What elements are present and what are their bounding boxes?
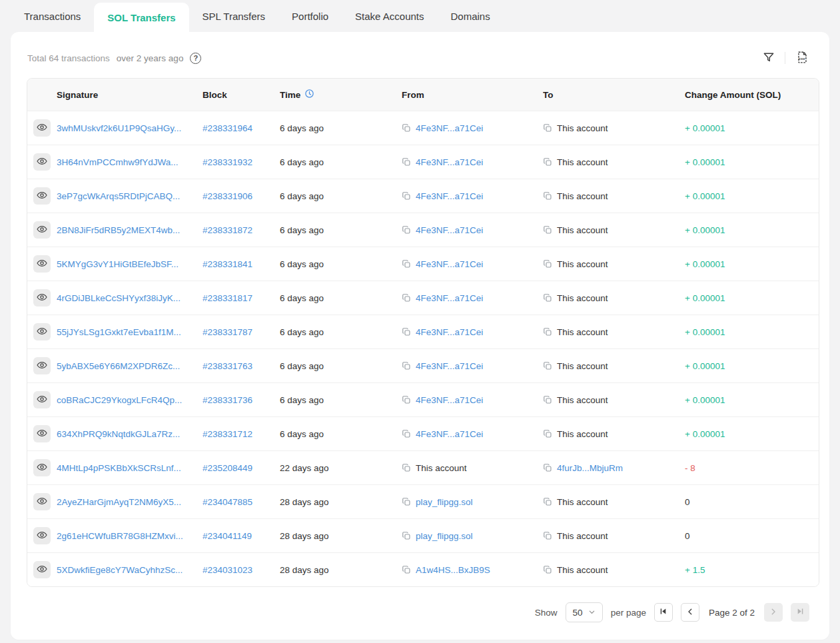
copy-icon[interactable]: [402, 429, 411, 438]
signature-link[interactable]: coBRaCJC29YkogxLFcR4Qp...: [57, 395, 182, 405]
signature-link[interactable]: 2AyeZHarGjmAyqT2NM6yX5...: [57, 497, 181, 507]
signature-link[interactable]: 3H64nVmPCCmhw9fYdJWa...: [57, 157, 179, 167]
block-link[interactable]: #238331736: [203, 395, 252, 405]
copy-icon[interactable]: [543, 395, 552, 404]
copy-icon[interactable]: [543, 157, 552, 167]
signature-link[interactable]: 634XhPRQ9kNqtdkGJLa7Rz...: [57, 429, 180, 439]
tab-domains[interactable]: Domains: [438, 0, 504, 32]
preview-eye-button[interactable]: [33, 527, 51, 544]
block-link[interactable]: #238331817: [203, 293, 252, 303]
tab-transactions[interactable]: Transactions: [11, 0, 94, 32]
signature-link[interactable]: 3whMUskvf2k6U1P9QsaHGy...: [57, 123, 181, 133]
copy-icon[interactable]: [402, 565, 411, 574]
preview-eye-button[interactable]: [33, 561, 51, 578]
from-address[interactable]: 4Fe3NF...a71Cei: [416, 259, 483, 269]
next-page-button[interactable]: [764, 603, 783, 622]
from-address[interactable]: 4Fe3NF...a71Cei: [416, 123, 483, 133]
from-address[interactable]: A1w4HS...BxJB9S: [416, 565, 490, 575]
signature-link[interactable]: 5ybABX5e6Y66M2XPDR6Zc...: [57, 361, 180, 371]
block-link[interactable]: #238331841: [203, 259, 252, 269]
preview-eye-button[interactable]: [33, 153, 51, 171]
tab-sol-transfers[interactable]: SOL Transfers: [94, 3, 189, 32]
page-size-select[interactable]: 50: [566, 602, 603, 622]
copy-icon[interactable]: [543, 191, 552, 201]
from-address[interactable]: 4Fe3NF...a71Cei: [416, 293, 483, 303]
block-link[interactable]: #238331964: [203, 123, 252, 133]
copy-icon[interactable]: [402, 293, 411, 303]
help-icon[interactable]: ?: [190, 53, 201, 64]
from-address[interactable]: 4Fe3NF...a71Cei: [416, 157, 483, 167]
from-address[interactable]: 4Fe3NF...a71Cei: [416, 225, 483, 235]
from-address[interactable]: 4Fe3NF...a71Cei: [416, 361, 483, 371]
copy-icon[interactable]: [543, 123, 552, 133]
signature-link[interactable]: 2g61eHCWfuBR78G8HZMxvi...: [57, 531, 183, 541]
copy-icon[interactable]: [402, 327, 411, 336]
copy-icon[interactable]: [543, 293, 552, 303]
filter-button[interactable]: [761, 49, 777, 67]
block-link[interactable]: #238331712: [203, 429, 252, 439]
preview-eye-button[interactable]: [33, 391, 51, 408]
block-link[interactable]: #238331763: [203, 361, 252, 371]
preview-eye-button[interactable]: [33, 425, 51, 442]
from-address[interactable]: 4Fe3NF...a71Cei: [416, 327, 483, 337]
from-address[interactable]: 4Fe3NF...a71Cei: [416, 429, 483, 439]
copy-icon[interactable]: [543, 429, 552, 438]
copy-icon[interactable]: [402, 123, 411, 133]
prev-page-button[interactable]: [681, 603, 699, 622]
preview-eye-button[interactable]: [33, 119, 51, 137]
last-page-button[interactable]: [791, 603, 809, 622]
export-csv-button[interactable]: csv: [793, 49, 811, 68]
first-page-button[interactable]: [654, 603, 673, 622]
from-address[interactable]: 4Fe3NF...a71Cei: [416, 395, 483, 405]
block-link[interactable]: #238331906: [203, 191, 252, 201]
change-amount: + 0.00001: [685, 191, 725, 201]
copy-icon[interactable]: [543, 565, 552, 574]
signature-link[interactable]: 5KMYgG3vY1HiGtBEfeJbSF...: [57, 259, 179, 269]
copy-icon[interactable]: [402, 191, 411, 201]
clock-icon[interactable]: [304, 89, 314, 101]
copy-icon[interactable]: [543, 225, 552, 235]
signature-link[interactable]: 5XDwkfiEge8cY7WaCyhhzSc...: [57, 565, 183, 575]
preview-eye-button[interactable]: [33, 221, 51, 239]
copy-icon[interactable]: [402, 497, 411, 506]
block-link[interactable]: #238331932: [203, 157, 252, 167]
tab-spl-transfers[interactable]: SPL Transfers: [189, 0, 278, 32]
copy-icon[interactable]: [402, 361, 411, 370]
block-link[interactable]: #234031023: [203, 565, 252, 575]
from-address[interactable]: play_flipgg.sol: [416, 497, 473, 507]
tab-portfolio[interactable]: Portfolio: [278, 0, 342, 32]
preview-eye-button[interactable]: [33, 323, 51, 340]
block-link[interactable]: #238331787: [203, 327, 252, 337]
copy-icon[interactable]: [543, 531, 552, 540]
copy-icon[interactable]: [402, 531, 411, 540]
block-link[interactable]: #234047885: [203, 497, 252, 507]
to-address[interactable]: 4furJb...MbjuRm: [557, 463, 623, 473]
preview-eye-button[interactable]: [33, 289, 51, 307]
copy-icon[interactable]: [402, 157, 411, 167]
copy-icon[interactable]: [543, 327, 552, 336]
copy-icon[interactable]: [543, 259, 552, 269]
block-link[interactable]: #238331872: [203, 225, 252, 235]
block-link[interactable]: #234041149: [203, 531, 252, 541]
preview-eye-button[interactable]: [33, 459, 51, 476]
preview-eye-button[interactable]: [33, 187, 51, 205]
copy-icon[interactable]: [402, 259, 411, 269]
preview-eye-button[interactable]: [33, 493, 51, 510]
from-address[interactable]: 4Fe3NF...a71Cei: [416, 191, 483, 201]
signature-link[interactable]: 3eP7gcWkArqs5RDtPjCABQ...: [57, 191, 180, 201]
preview-eye-button[interactable]: [33, 255, 51, 273]
copy-icon[interactable]: [543, 361, 552, 370]
signature-link[interactable]: 4MHtLp4pPSKBbXkSCRsLnf...: [57, 463, 181, 473]
tab-stake-accounts[interactable]: Stake Accounts: [342, 0, 437, 32]
signature-link[interactable]: 2BN8JiFr5dRB5y2MEXT4wb...: [57, 225, 180, 235]
preview-eye-button[interactable]: [33, 357, 51, 374]
copy-icon[interactable]: [402, 463, 411, 472]
copy-icon[interactable]: [402, 225, 411, 235]
copy-icon[interactable]: [543, 463, 552, 472]
copy-icon[interactable]: [402, 395, 411, 404]
copy-icon[interactable]: [543, 497, 552, 506]
block-link[interactable]: #235208449: [203, 463, 252, 473]
signature-link[interactable]: 55jJYsLSg1Gxkt7eEvba1f1M...: [57, 327, 181, 337]
from-address[interactable]: play_flipgg.sol: [416, 531, 473, 541]
signature-link[interactable]: 4rGDiJBLkeCcSHYyxf38iJyK...: [57, 293, 181, 303]
